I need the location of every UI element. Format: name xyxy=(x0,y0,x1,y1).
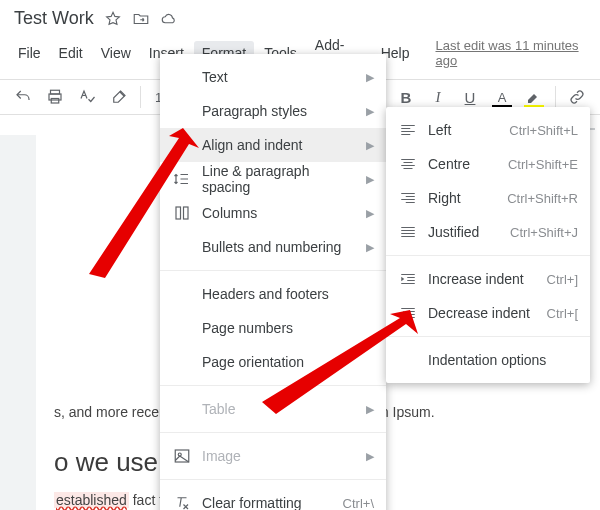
spellcheck-icon[interactable] xyxy=(74,84,100,110)
toolbar-separator xyxy=(555,86,556,108)
format-clear-formatting[interactable]: Clear formattingCtrl+\ xyxy=(160,486,386,510)
menu-label: Right xyxy=(428,190,497,206)
doc-word: established xyxy=(54,492,129,508)
menu-shortcut: Ctrl+[ xyxy=(547,306,578,321)
svg-marker-17 xyxy=(262,310,418,414)
menu-separator xyxy=(160,479,386,480)
menu-label: Increase indent xyxy=(428,271,537,287)
menu-label: Decrease indent xyxy=(428,305,537,321)
menu-shortcut: Ctrl+Shift+E xyxy=(508,157,578,172)
chevron-right-icon: ▶ xyxy=(366,450,374,463)
menu-label: Centre xyxy=(428,156,498,172)
menu-label: Justified xyxy=(428,224,500,240)
increase-indent[interactable]: Increase indentCtrl+] xyxy=(386,262,590,296)
paint-format-icon[interactable] xyxy=(106,84,132,110)
format-image: Image▶ xyxy=(160,439,386,473)
doc-title[interactable]: Test Work xyxy=(14,8,94,29)
align-justified[interactable]: JustifiedCtrl+Shift+J xyxy=(386,215,590,249)
menu-label: Image xyxy=(202,448,356,464)
print-icon[interactable] xyxy=(42,84,68,110)
undo-icon[interactable] xyxy=(10,84,36,110)
align-left-icon xyxy=(398,120,418,140)
svg-rect-2 xyxy=(51,99,59,104)
chevron-right-icon: ▶ xyxy=(366,241,374,254)
indent-increase-icon xyxy=(398,269,418,289)
align-centre[interactable]: CentreCtrl+Shift+E xyxy=(386,147,590,181)
menu-file[interactable]: File xyxy=(10,41,49,65)
menu-shortcut: Ctrl+Shift+R xyxy=(507,191,578,206)
menu-separator xyxy=(386,255,590,256)
star-icon[interactable] xyxy=(104,10,122,28)
left-gutter xyxy=(0,135,36,510)
annotation-arrow xyxy=(65,128,235,302)
menu-shortcut: Ctrl+Shift+L xyxy=(509,123,578,138)
menu-edit[interactable]: Edit xyxy=(51,41,91,65)
format-text[interactable]: Text▶ xyxy=(160,60,386,94)
chevron-right-icon: ▶ xyxy=(366,71,374,84)
menu-shortcut: Ctrl+Shift+J xyxy=(510,225,578,240)
folder-move-icon[interactable] xyxy=(132,10,150,28)
cloud-icon[interactable] xyxy=(160,10,178,28)
align-right[interactable]: RightCtrl+Shift+R xyxy=(386,181,590,215)
align-justify-icon xyxy=(398,222,418,242)
last-edit-link[interactable]: Last edit was 11 minutes ago xyxy=(435,38,590,68)
toolbar-separator xyxy=(140,86,141,108)
doc-header: Test Work xyxy=(0,0,600,31)
menu-shortcut: Ctrl+\ xyxy=(343,496,374,511)
menu-label: Text xyxy=(202,69,356,85)
menu-view[interactable]: View xyxy=(93,41,139,65)
chevron-right-icon: ▶ xyxy=(366,173,374,186)
annotation-arrow xyxy=(260,310,440,434)
chevron-right-icon: ▶ xyxy=(366,105,374,118)
chevron-right-icon: ▶ xyxy=(366,139,374,152)
clear-format-icon xyxy=(172,493,192,510)
chevron-right-icon: ▶ xyxy=(366,207,374,220)
align-center-icon xyxy=(398,154,418,174)
align-right-icon xyxy=(398,188,418,208)
format-paragraph-styles[interactable]: Paragraph styles▶ xyxy=(160,94,386,128)
menu-label: Left xyxy=(428,122,499,138)
menu-label: Clear formatting xyxy=(202,495,333,510)
align-left[interactable]: LeftCtrl+Shift+L xyxy=(386,113,590,147)
menu-label: Indentation options xyxy=(428,352,578,368)
menu-shortcut: Ctrl+] xyxy=(547,272,578,287)
svg-marker-16 xyxy=(89,128,199,278)
menu-label: Paragraph styles xyxy=(202,103,356,119)
image-icon xyxy=(172,446,192,466)
